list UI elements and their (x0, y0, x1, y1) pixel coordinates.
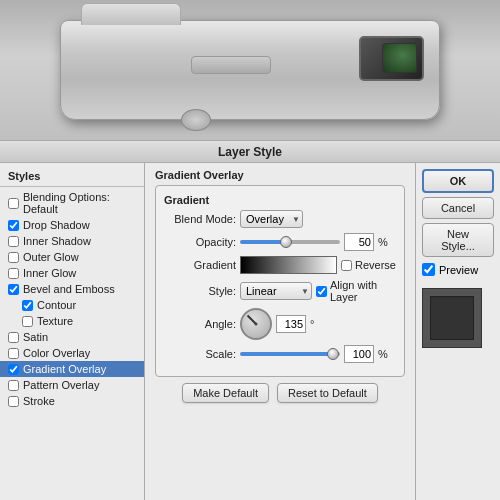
texture-checkbox[interactable] (22, 316, 33, 327)
opacity-row: Opacity: % (164, 233, 396, 251)
preview-toggle[interactable]: Preview (422, 263, 494, 276)
bottom-buttons: Make Default Reset to Default (155, 383, 405, 403)
inner-shadow-label[interactable]: Inner Shadow (23, 235, 91, 247)
inner-glow-checkbox[interactable] (8, 268, 19, 279)
make-default-button[interactable]: Make Default (182, 383, 269, 403)
scale-slider[interactable] (240, 352, 340, 356)
blending-checkbox[interactable] (8, 198, 19, 209)
drop-shadow-label[interactable]: Drop Shadow (23, 219, 90, 231)
gradient-overlay-checkbox[interactable] (8, 364, 19, 375)
preview-swatch (422, 288, 482, 348)
style-dropdown-wrapper[interactable]: Linear Radial Angle Reflected Diamond (240, 282, 312, 300)
blend-mode-dropdown-wrapper[interactable]: Overlay Normal Multiply Screen (240, 210, 303, 228)
subsection-title: Gradient (164, 194, 396, 206)
camera-body (60, 20, 440, 120)
dialog-title: Layer Style (218, 145, 282, 159)
bevel-emboss-checkbox[interactable] (8, 284, 19, 295)
gradient-swatch[interactable] (240, 256, 337, 274)
pattern-overlay-label[interactable]: Pattern Overlay (23, 379, 99, 391)
gradient-row: Gradient Reverse (164, 256, 396, 274)
style-item-texture[interactable]: Texture (0, 313, 144, 329)
opacity-input[interactable] (344, 233, 374, 251)
style-item-color-overlay[interactable]: Color Overlay (0, 345, 144, 361)
style-item-bevel-emboss[interactable]: Bevel and Emboss (0, 281, 144, 297)
scale-thumb[interactable] (327, 348, 339, 360)
satin-checkbox[interactable] (8, 332, 19, 343)
style-row: Style: Linear Radial Angle Reflected Dia… (164, 279, 396, 303)
new-style-button[interactable]: New Style... (422, 223, 494, 257)
angle-input[interactable] (276, 315, 306, 333)
styles-divider (0, 186, 144, 187)
style-item-inner-shadow[interactable]: Inner Shadow (0, 233, 144, 249)
angle-label: Angle: (164, 318, 236, 330)
opacity-slider[interactable] (240, 240, 340, 244)
style-item-satin[interactable]: Satin (0, 329, 144, 345)
angle-dial[interactable] (240, 308, 272, 340)
camera-viewfinder (359, 36, 424, 81)
stroke-checkbox[interactable] (8, 396, 19, 407)
inner-glow-label[interactable]: Inner Glow (23, 267, 76, 279)
inner-shadow-checkbox[interactable] (8, 236, 19, 247)
style-item-blending[interactable]: Blending Options: Default (0, 189, 144, 217)
style-item-gradient-overlay[interactable]: Gradient Overlay (0, 361, 144, 377)
scale-input[interactable] (344, 345, 374, 363)
color-overlay-checkbox[interactable] (8, 348, 19, 359)
satin-label[interactable]: Satin (23, 331, 48, 343)
blend-mode-row: Blend Mode: Overlay Normal Multiply Scre… (164, 210, 396, 228)
camera-top-bump (81, 3, 181, 25)
dial-dot (255, 323, 258, 326)
dialog-title-bar: Layer Style (0, 141, 500, 163)
outer-glow-checkbox[interactable] (8, 252, 19, 263)
align-layer-text: Align with Layer (330, 279, 396, 303)
style-item-contour[interactable]: Contour (0, 297, 144, 313)
style-item-pattern-overlay[interactable]: Pattern Overlay (0, 377, 144, 393)
opacity-thumb[interactable] (280, 236, 292, 248)
bevel-emboss-label[interactable]: Bevel and Emboss (23, 283, 115, 295)
texture-label[interactable]: Texture (37, 315, 73, 327)
contour-checkbox[interactable] (22, 300, 33, 311)
blend-mode-label: Blend Mode: (164, 213, 236, 225)
scale-label: Scale: (164, 348, 236, 360)
angle-row: Angle: ° (164, 308, 396, 340)
camera-slider (191, 56, 271, 74)
pattern-overlay-checkbox[interactable] (8, 380, 19, 391)
opacity-label: Opacity: (164, 236, 236, 248)
layer-style-dialog: Layer Style Styles Blending Options: Def… (0, 140, 500, 500)
contour-label[interactable]: Contour (37, 299, 76, 311)
cancel-button[interactable]: Cancel (422, 197, 494, 219)
style-select[interactable]: Linear Radial Angle Reflected Diamond (240, 282, 312, 300)
outer-glow-label[interactable]: Outer Glow (23, 251, 79, 263)
reverse-checkbox[interactable] (341, 260, 352, 271)
style-item-drop-shadow[interactable]: Drop Shadow (0, 217, 144, 233)
style-item-inner-glow[interactable]: Inner Glow (0, 265, 144, 281)
gradient-overlay-label[interactable]: Gradient Overlay (23, 363, 106, 375)
align-layer-label[interactable]: Align with Layer (316, 279, 396, 303)
blending-label[interactable]: Blending Options: Default (23, 191, 136, 215)
reverse-text: Reverse (355, 259, 396, 271)
camera-lens (181, 109, 211, 131)
opacity-unit: % (378, 236, 388, 248)
gradient-label: Gradient (164, 259, 236, 271)
style-item-outer-glow[interactable]: Outer Glow (0, 249, 144, 265)
ok-button[interactable]: OK (422, 169, 494, 193)
preview-checkbox[interactable] (422, 263, 435, 276)
align-layer-checkbox[interactable] (316, 286, 327, 297)
color-overlay-label[interactable]: Color Overlay (23, 347, 90, 359)
gradient-section-box: Gradient Blend Mode: Overlay Normal Mult… (155, 185, 405, 377)
dialog-body: Styles Blending Options: Default Drop Sh… (0, 163, 500, 500)
viewfinder-lens (382, 43, 417, 73)
reverse-label[interactable]: Reverse (341, 259, 396, 271)
stroke-label[interactable]: Stroke (23, 395, 55, 407)
reset-default-button[interactable]: Reset to Default (277, 383, 378, 403)
options-panel: Gradient Overlay Gradient Blend Mode: Ov… (145, 163, 415, 500)
blend-mode-select[interactable]: Overlay Normal Multiply Screen (240, 210, 303, 228)
styles-panel: Styles Blending Options: Default Drop Sh… (0, 163, 145, 500)
drop-shadow-checkbox[interactable] (8, 220, 19, 231)
scale-unit: % (378, 348, 388, 360)
style-item-stroke[interactable]: Stroke (0, 393, 144, 409)
preview-label: Preview (439, 264, 478, 276)
camera-preview (0, 0, 500, 140)
style-label: Style: (164, 285, 236, 297)
right-panel: OK Cancel New Style... Preview (415, 163, 500, 500)
styles-header: Styles (0, 167, 144, 184)
